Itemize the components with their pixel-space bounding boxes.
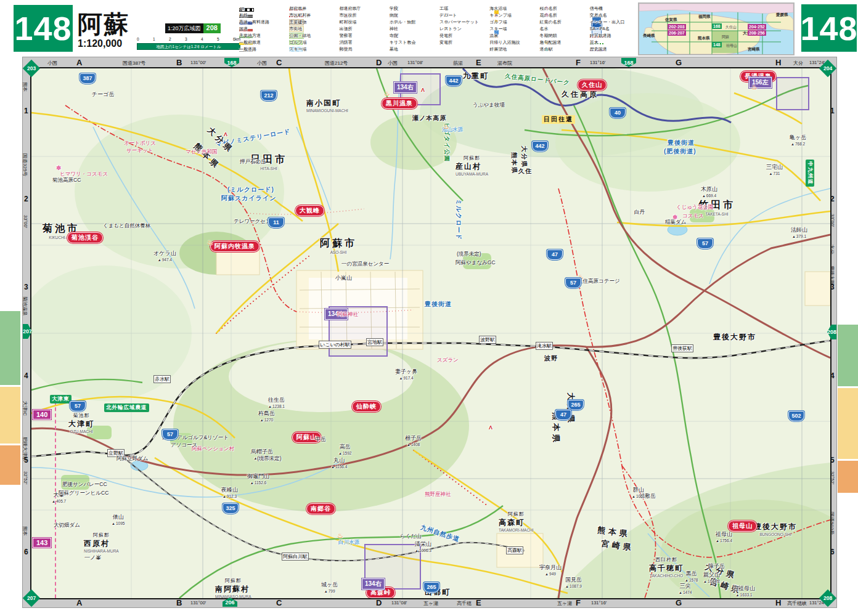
legend-column: JR私鉄高速・有料道路国道主要地方道一般府県道一般道路: [239, 6, 287, 54]
legend-item: 好景観道路: [590, 33, 637, 39]
mountain-label: 古祖母山1633.1: [733, 585, 755, 597]
legend-item: ♨温泉: [489, 33, 537, 39]
grid-label-top: 131°00′: [190, 60, 206, 65]
index-page-chip[interactable]: 148: [712, 42, 722, 47]
grid-label-top: E: [476, 58, 481, 67]
legend-item: ✻桜の名所: [540, 6, 587, 12]
legend-item: ✻紅葉の名所: [540, 19, 587, 25]
camp-icon: Λ: [224, 131, 227, 137]
page-link-chip[interactable]: 143: [33, 538, 51, 548]
road-name: ミルクロード: [454, 199, 463, 240]
place-label: 阿蘇立野ダム: [116, 455, 148, 463]
legend-label: 都道府県庁: [340, 6, 361, 12]
mountain-label: 清栄山1006.3: [415, 540, 431, 553]
prefecture-label: 熊本県: [510, 152, 518, 174]
road-name: (ミルクロード): [227, 185, 274, 194]
index-page-chip[interactable]: 202·203: [668, 24, 686, 30]
place-label: 大切畑ダム: [54, 522, 80, 529]
mountain-label: 御竈門山1152.6: [247, 472, 269, 485]
feature-badge: 阿蘇内牧温泉: [210, 241, 259, 252]
grid-label-bottom: F: [576, 598, 581, 607]
legend-label: 郵便局: [340, 46, 353, 52]
attraction-label: サーキット: [126, 147, 153, 155]
page-link-rect[interactable]: [776, 77, 809, 110]
grid-label-top: 小国: [388, 60, 398, 67]
legend-item: 一般道路: [239, 46, 287, 52]
attraction-label: 阿蘇神社: [337, 311, 358, 318]
legend-item: インター・出入口: [590, 19, 637, 25]
station-label: 阿蘇白川駅: [282, 553, 309, 561]
route-shield: 265: [568, 400, 584, 410]
page-link-chip[interactable]: 134右: [362, 578, 385, 590]
legend-label: 墓地: [390, 46, 398, 52]
page-number-left: 148: [14, 5, 73, 52]
index-page-chip[interactable]: 208·256: [748, 30, 766, 36]
grid-label-bottom: 五ヶ瀬: [423, 600, 438, 607]
legend-label: 警察署: [340, 33, 353, 39]
index-map[interactable]: 佐賀県福岡県長崎県熊本県大分県宮崎県愛媛県202·203206·20716814…: [638, 2, 795, 55]
grid-label-bottom: H: [775, 598, 781, 607]
index-page-chip[interactable]: 168: [712, 23, 722, 29]
mountain-label: 法師山379.1: [791, 226, 807, 238]
legend-label: 海水浴場: [489, 6, 507, 12]
mountain-label: 高岳1592: [338, 443, 351, 455]
city-label: 九重町: [463, 71, 489, 81]
page-link-chip[interactable]: 140: [33, 410, 51, 419]
legend-label: キリスト教会: [390, 39, 416, 46]
road-name: 久住高原ロードパーク: [505, 73, 571, 87]
wide-area-page[interactable]: 208: [203, 23, 221, 33]
edge-tab[interactable]: [0, 311, 20, 385]
legend-label: SA・PA名: [590, 26, 610, 32]
edge-tab[interactable]: [0, 445, 20, 485]
legend-item: 交差点名: [590, 12, 637, 18]
legend-item: 海水浴場: [489, 6, 537, 12]
mountain-label: 三尖1474: [679, 582, 692, 594]
legend-label: 好景観道路: [590, 33, 611, 39]
legend-item: ◇発電所: [439, 33, 487, 39]
feature-badge: 大観峰: [295, 205, 324, 216]
route-shield: 57: [162, 429, 178, 440]
grid-label-top: 湯布院: [497, 60, 512, 67]
index-pref-label: 福岡県: [698, 14, 711, 20]
legend-label: 道の駅: [540, 46, 553, 52]
legend-item: 市区町村界: [289, 12, 337, 18]
legend-label: 主要建物: [289, 19, 306, 25]
station-label: 高森駅: [506, 546, 523, 554]
road-badge: 中九州道: [806, 160, 814, 187]
legend-label: 都府県界: [289, 6, 306, 12]
index-page-chip[interactable]: 204·252: [748, 24, 766, 30]
city-label: 豊後大野市: [713, 332, 756, 342]
mountain-label: 祖母山1756.4: [716, 530, 732, 543]
place-label: 久住高原コテージ: [578, 278, 620, 285]
edge-tab[interactable]: [0, 387, 20, 444]
page-link-chip[interactable]: 134右: [394, 82, 417, 93]
city-label: 豊後大野市BUNGOONO-SHI: [754, 522, 797, 537]
place-label: らくだ山: [400, 533, 422, 540]
index-page-chip[interactable]: 206·207: [668, 30, 686, 36]
legend-item: 国道: [239, 26, 287, 32]
onsen-icon: ♨: [443, 123, 449, 131]
city-label: 阿蘇郡南阿蘇村MINAMIASO-MURA: [215, 577, 251, 598]
legend-label: 変電所: [439, 39, 452, 46]
route-shield: 325: [223, 503, 239, 514]
edge-tab[interactable]: [838, 325, 858, 386]
edge-tab[interactable]: [838, 388, 858, 459]
legend-label: 一般府県道: [239, 39, 261, 46]
edge-tab[interactable]: [838, 461, 858, 493]
legend-label: 市街地: [289, 26, 302, 32]
grid-label-left: 4: [24, 371, 28, 380]
city-label: 阿蘇郡高森町TAKAMORI-MACHI: [499, 511, 534, 532]
route-shield: 387: [80, 73, 96, 84]
legend-label: 町村役場: [340, 19, 357, 25]
scale-tick: 0: [137, 37, 139, 41]
legend-item: ⊗警察署: [340, 33, 387, 39]
attraction-label: マゼノ共和国: [186, 148, 218, 156]
atlas-page: { "page": { "number": "148", "title": "阿…: [0, 0, 858, 616]
grid-label-top: 筋湯: [453, 60, 463, 67]
mountain-label: チーゴ岳: [92, 91, 114, 99]
attraction-label: オートポリス: [124, 140, 156, 147]
legend-label: 好展望地: [489, 46, 507, 52]
place-label: (境界未定): [457, 251, 481, 258]
route-shield: 40: [610, 108, 626, 118]
wide-area-ref[interactable]: 1:20万広域図 208: [165, 23, 221, 33]
